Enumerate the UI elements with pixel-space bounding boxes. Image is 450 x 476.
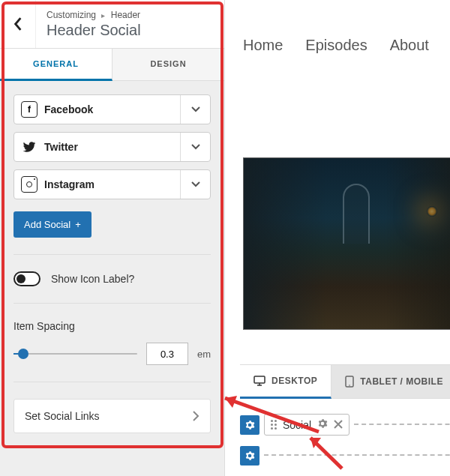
show-icon-label-text: Show Icon Label? <box>51 273 134 285</box>
set-social-links-label: Set Social Links <box>25 410 100 422</box>
svg-rect-0 <box>254 376 265 383</box>
preview-hero-image <box>243 157 450 330</box>
facebook-icon: f <box>14 101 44 118</box>
slider-thumb[interactable] <box>18 349 28 359</box>
tab-design[interactable]: DESIGN <box>112 49 224 80</box>
device-tab-tablet-label: TABLET / MOBILE <box>360 376 443 387</box>
breadcrumb: Customizing ▸ Header <box>46 10 141 20</box>
chevron-down-icon <box>191 144 200 150</box>
chevron-right-icon: ▸ <box>101 11 105 19</box>
divider <box>14 382 211 382</box>
expand-button[interactable] <box>180 170 210 199</box>
back-button[interactable] <box>0 0 36 48</box>
item-spacing-input[interactable] <box>146 343 188 365</box>
preview-hero <box>225 157 450 346</box>
block-remove-button[interactable] <box>334 419 343 431</box>
desktop-icon <box>254 376 266 386</box>
item-spacing-control: em <box>14 343 211 365</box>
customizer-header: Customizing ▸ Header Header Social <box>0 0 224 49</box>
nav-episodes[interactable]: Episodes <box>305 37 367 54</box>
instagram-icon <box>14 176 44 193</box>
add-social-label: Add Social <box>24 219 70 230</box>
chevron-right-icon <box>193 411 200 421</box>
builder-drop-zone[interactable] <box>264 454 450 457</box>
customizer-sidebar: Customizing ▸ Header Header Social GENER… <box>0 0 225 476</box>
builder-block-label: Social <box>283 419 311 431</box>
drag-handle-icon[interactable] <box>271 420 277 430</box>
panel-general: f Facebook Twitter <box>0 81 224 476</box>
gear-icon <box>244 420 255 430</box>
title-block: Customizing ▸ Header Header Social <box>36 2 152 46</box>
builder-row: Social <box>240 414 450 436</box>
expand-button[interactable] <box>180 95 210 124</box>
block-settings-button[interactable] <box>317 418 328 431</box>
gear-icon <box>317 418 328 429</box>
breadcrumb-parent: Header <box>111 10 140 20</box>
builder-block-social[interactable]: Social <box>264 414 350 436</box>
twitter-icon <box>14 140 44 154</box>
svg-point-2 <box>349 385 350 386</box>
section-title: Header Social <box>46 22 141 39</box>
header-builder: Social <box>225 399 450 476</box>
tab-general[interactable]: GENERAL <box>0 49 112 81</box>
item-spacing-unit: em <box>197 349 211 360</box>
set-social-links-button[interactable]: Set Social Links <box>14 399 211 433</box>
show-icon-label-row: Show Icon Label? <box>14 271 211 286</box>
device-tab-desktop[interactable]: DESKTOP <box>240 365 332 399</box>
device-tabs: DESKTOP TABLET / MOBILE <box>240 364 450 399</box>
device-tab-tablet-mobile[interactable]: TABLET / MOBILE <box>332 365 450 398</box>
close-icon <box>334 420 343 429</box>
nav-about[interactable]: About <box>390 37 429 54</box>
plus-icon: + <box>75 219 81 230</box>
builder-drop-zone[interactable] <box>354 424 450 427</box>
add-social-button[interactable]: Add Social + <box>14 211 92 238</box>
tablet-icon <box>345 376 354 388</box>
item-spacing-label: Item Spacing <box>14 320 211 332</box>
row-settings-button[interactable] <box>240 415 260 435</box>
item-spacing-slider[interactable] <box>14 346 137 361</box>
social-item-label: Instagram <box>44 178 180 190</box>
social-item-instagram[interactable]: Instagram <box>14 169 211 199</box>
preview-pane: Home Episodes About C DESKTOP TABLET / M… <box>225 0 450 476</box>
social-item-label: Facebook <box>44 103 180 115</box>
customizer-tabs: GENERAL DESIGN <box>0 49 224 81</box>
builder-row <box>240 446 450 466</box>
breadcrumb-root: Customizing <box>46 10 96 20</box>
chevron-down-icon <box>191 181 200 187</box>
gear-icon <box>244 451 255 461</box>
social-item-twitter[interactable]: Twitter <box>14 132 211 162</box>
social-item-label: Twitter <box>44 141 180 153</box>
chevron-left-icon <box>14 17 22 31</box>
social-item-facebook[interactable]: f Facebook <box>14 94 211 124</box>
device-tab-desktop-label: DESKTOP <box>272 376 317 386</box>
social-list: f Facebook Twitter <box>14 94 211 199</box>
divider <box>14 303 211 304</box>
row-settings-button[interactable] <box>240 446 260 466</box>
divider <box>14 254 211 255</box>
preview-nav: Home Episodes About C <box>225 0 450 90</box>
chevron-down-icon <box>191 106 200 112</box>
expand-button[interactable] <box>180 133 210 161</box>
show-icon-label-toggle[interactable] <box>14 271 40 286</box>
nav-home[interactable]: Home <box>243 37 283 54</box>
